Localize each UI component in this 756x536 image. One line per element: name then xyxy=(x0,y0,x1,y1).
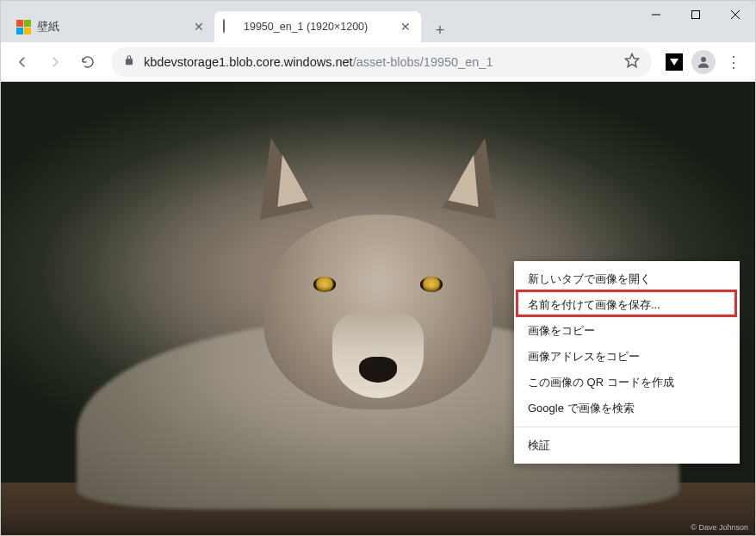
ctx-open-new-tab[interactable]: 新しいタブで画像を開く xyxy=(514,266,740,292)
window-controls xyxy=(636,1,755,28)
url-host: kbdevstorage1.blob.core.windows.net xyxy=(144,55,353,69)
svg-rect-1 xyxy=(692,11,700,19)
url-path: /asset-blobs/19950_en_1 xyxy=(353,55,493,69)
close-icon[interactable]: ✕ xyxy=(192,20,206,34)
tab-image[interactable]: 19950_en_1 (1920×1200) ✕ xyxy=(214,11,421,42)
svg-point-5 xyxy=(701,57,706,62)
reload-button[interactable] xyxy=(73,47,102,77)
ctx-inspect[interactable]: 検証 xyxy=(514,433,740,458)
ctx-separator xyxy=(514,427,740,427)
address-bar[interactable]: kbdevstorage1.blob.core.windows.net/asse… xyxy=(111,47,652,77)
close-window-button[interactable] xyxy=(716,1,755,28)
minimize-button[interactable] xyxy=(636,1,676,28)
ms-logo-icon xyxy=(16,20,30,34)
context-menu: 新しいタブで画像を開く 名前を付けて画像を保存... 画像をコピー 画像アドレス… xyxy=(514,261,740,464)
chrome-menu-button[interactable]: ⋮ xyxy=(719,53,748,72)
tab-strip: 壁紙 ✕ 19950_en_1 (1920×1200) ✕ + xyxy=(1,1,452,42)
maximize-button[interactable] xyxy=(676,1,716,28)
tab-title: 19950_en_1 (1920×1200) xyxy=(244,21,392,33)
svg-marker-4 xyxy=(626,53,639,66)
profile-avatar[interactable] xyxy=(691,50,716,74)
titlebar: 壁紙 ✕ 19950_en_1 (1920×1200) ✕ + xyxy=(1,1,755,42)
back-button[interactable] xyxy=(8,47,37,77)
new-tab-button[interactable]: + xyxy=(428,18,452,42)
close-icon[interactable]: ✕ xyxy=(399,20,412,34)
image-watermark: © Dave Johnson xyxy=(691,523,748,532)
forward-button[interactable] xyxy=(40,47,70,77)
toolbar: kbdevstorage1.blob.core.windows.net/asse… xyxy=(1,42,755,82)
url-text: kbdevstorage1.blob.core.windows.net/asse… xyxy=(144,55,493,69)
globe-icon xyxy=(223,20,237,34)
tab-title: 壁紙 xyxy=(37,20,185,34)
bookmark-star-icon[interactable] xyxy=(624,53,640,72)
ctx-copy-image-address[interactable]: 画像アドレスをコピー xyxy=(514,344,740,370)
tab-wallpaper[interactable]: 壁紙 ✕ xyxy=(8,11,214,42)
lock-icon xyxy=(123,54,135,70)
page-content[interactable]: © Dave Johnson 新しいタブで画像を開く 名前を付けて画像を保存..… xyxy=(1,82,755,536)
ctx-save-image-as[interactable]: 名前を付けて画像を保存... xyxy=(514,292,740,318)
ctx-create-qr[interactable]: この画像の QR コードを作成 xyxy=(514,370,740,396)
ctx-copy-image[interactable]: 画像をコピー xyxy=(514,318,740,344)
ctx-search-google[interactable]: Google で画像を検索 xyxy=(514,396,740,421)
extension-icon[interactable] xyxy=(666,53,683,71)
